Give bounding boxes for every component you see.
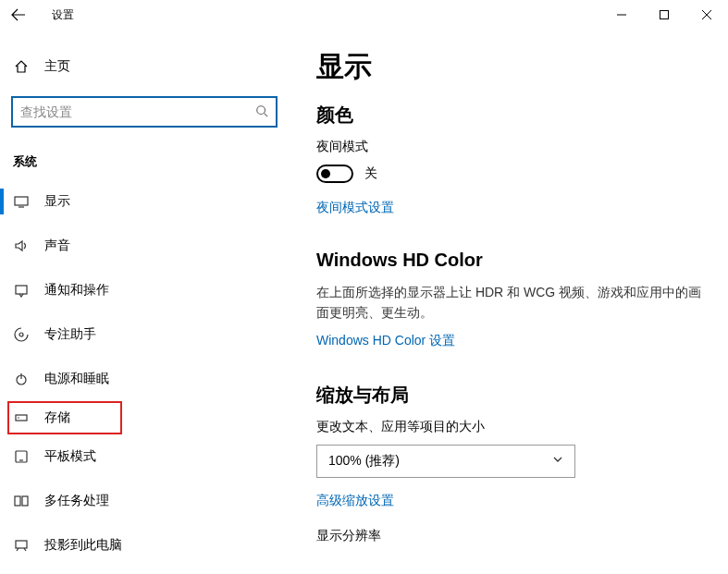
sound-icon (13, 238, 30, 253)
sidebar-item-multitasking[interactable]: 多任务处理 (0, 479, 289, 523)
hdcolor-heading: Windows HD Color (316, 250, 709, 271)
sidebar-item-focus-assist[interactable]: 专注助手 (0, 312, 289, 357)
svg-rect-10 (22, 496, 28, 506)
scale-label: 更改文本、应用等项目的大小 (316, 419, 709, 435)
night-mode-label: 夜间模式 (316, 139, 709, 155)
sidebar-item-projecting[interactable]: 投影到此电脑 (0, 523, 289, 568)
maximize-icon (660, 10, 669, 19)
power-icon (13, 372, 30, 386)
scale-heading: 缩放与布局 (316, 383, 709, 408)
projecting-icon (13, 538, 30, 553)
minimize-button[interactable] (600, 0, 643, 30)
svg-point-7 (18, 417, 19, 419)
color-heading: 颜色 (316, 103, 709, 128)
close-icon (702, 10, 711, 19)
sidebar-item-display[interactable]: 显示 (0, 179, 289, 224)
focus-assist-icon (13, 327, 30, 342)
sidebar-item-label: 通知和操作 (44, 282, 109, 299)
search-box[interactable] (11, 96, 278, 128)
maximize-button[interactable] (643, 0, 685, 30)
storage-icon (13, 410, 30, 425)
night-mode-toggle-row: 关 (316, 165, 709, 183)
search-icon (255, 104, 268, 120)
chevron-down-icon (552, 454, 563, 468)
scale-dropdown[interactable]: 100% (推荐) (316, 445, 575, 478)
sidebar-item-label: 多任务处理 (44, 493, 109, 509)
window-controls (600, 0, 728, 30)
sidebar-item-label: 电源和睡眠 (44, 371, 109, 387)
sidebar-section-label: 系统 (13, 153, 289, 170)
minimize-icon (617, 10, 626, 19)
svg-rect-3 (16, 286, 27, 294)
sidebar-item-tablet-mode[interactable]: 平板模式 (0, 434, 289, 479)
multitasking-icon (13, 494, 30, 508)
night-mode-state: 关 (364, 165, 377, 182)
back-button[interactable] (0, 0, 37, 30)
svg-rect-6 (16, 415, 27, 421)
sidebar-item-label: 声音 (44, 238, 70, 254)
night-mode-settings-link[interactable]: 夜间模式设置 (316, 200, 709, 216)
sidebar-item-label: 平板模式 (44, 448, 96, 465)
svg-rect-0 (660, 11, 669, 19)
hdcolor-settings-link[interactable]: Windows HD Color 设置 (316, 333, 709, 349)
back-arrow-icon (11, 7, 26, 22)
svg-rect-11 (16, 541, 27, 548)
home-icon (13, 59, 30, 74)
svg-rect-2 (15, 197, 28, 205)
sidebar-home-label: 主页 (44, 58, 70, 75)
sidebar-item-notifications[interactable]: 通知和操作 (0, 268, 289, 312)
svg-point-4 (19, 333, 23, 336)
resolution-label: 显示分辨率 (316, 528, 709, 544)
search-input[interactable] (20, 104, 255, 119)
sidebar-item-sound[interactable]: 声音 (0, 224, 289, 268)
svg-point-1 (257, 105, 265, 114)
night-mode-toggle[interactable] (316, 165, 353, 183)
advanced-scale-link[interactable]: 高级缩放设置 (316, 493, 709, 509)
titlebar: 设置 (0, 0, 728, 30)
svg-rect-9 (15, 496, 20, 506)
sidebar-item-power-sleep[interactable]: 电源和睡眠 (0, 357, 289, 401)
sidebar-item-storage[interactable]: 存储 (7, 401, 122, 434)
display-icon (13, 194, 30, 209)
close-button[interactable] (685, 0, 728, 30)
page-heading: 显示 (316, 48, 709, 86)
content-panel: 显示 颜色 夜间模式 关 夜间模式设置 Windows HD Color 在上面… (289, 30, 728, 574)
sidebar: 主页 系统 显示 声音 通知和操作 (0, 30, 289, 574)
sidebar-item-label: 专注助手 (44, 326, 96, 343)
notifications-icon (13, 283, 30, 298)
toggle-knob (321, 169, 330, 178)
sidebar-item-label: 存储 (44, 409, 70, 426)
sidebar-home[interactable]: 主页 (0, 48, 289, 85)
hdcolor-description: 在上面所选择的显示器上让 HDR 和 WCG 视频、游戏和应用中的画面更明亮、更… (316, 282, 709, 324)
sidebar-item-label: 投影到此电脑 (44, 537, 122, 554)
window-title: 设置 (52, 7, 74, 23)
sidebar-item-label: 显示 (44, 193, 70, 210)
scale-dropdown-value: 100% (推荐) (328, 453, 400, 470)
tablet-icon (13, 449, 30, 464)
